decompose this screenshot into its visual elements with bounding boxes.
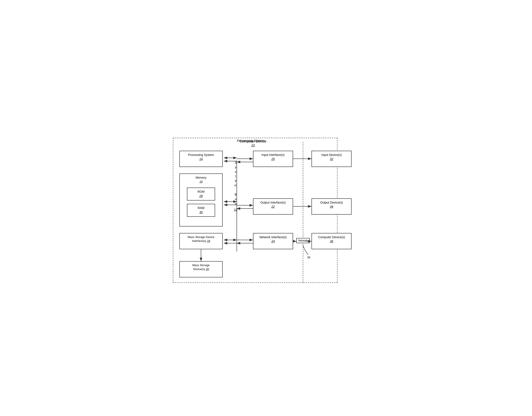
- memory-label: Memory: [182, 176, 220, 180]
- network-interface-num: 24: [256, 239, 290, 244]
- system-bus-text: S y s t e m B u s: [230, 161, 241, 206]
- system-bus-num: 12: [230, 207, 241, 212]
- system-bus-label: S y s t e m B u s 12: [230, 161, 241, 212]
- processing-system-num: 14: [182, 157, 220, 161]
- rom-label: ROM: [190, 190, 212, 194]
- network-interface-box: Network Interface(s) 24: [253, 233, 293, 249]
- vertical-divider: [303, 142, 303, 283]
- mass-storage-device-label: Mass StorageDevice(s) 26: [182, 263, 220, 271]
- input-device-box: Input Device(s) 32: [312, 151, 352, 167]
- network-num: 38: [307, 256, 310, 259]
- input-interface-num: 20: [256, 157, 290, 161]
- ram-label: RAM: [190, 206, 212, 210]
- input-interface-box: Input Interface(s) 20: [253, 151, 293, 167]
- output-interface-label: Output Interface(s): [256, 200, 290, 205]
- ram-box: RAM 30: [187, 204, 215, 217]
- mass-storage-interface-label: Mass Storage DeviceInterface(s) 18: [182, 235, 220, 243]
- processing-system-label: Processing System: [188, 153, 214, 157]
- computer-device-s-num: 36: [314, 239, 349, 244]
- diagram: Processing System Computer Device 10 Pro…: [169, 127, 363, 289]
- output-device-box: Output Device(s) 34: [312, 198, 352, 215]
- output-device-num: 34: [314, 205, 349, 209]
- network-badge: Network: [296, 238, 310, 243]
- network-interface-label: Network Interface(s): [256, 235, 290, 239]
- network-num-label: 38: [307, 256, 310, 259]
- output-interface-num: 22: [256, 205, 290, 209]
- memory-box: Memory 16 ROM 28 RAM 30: [179, 173, 223, 227]
- rom-num: 28: [190, 194, 212, 198]
- mass-storage-interface-box: Mass Storage DeviceInterface(s) 18: [179, 233, 223, 249]
- mass-storage-device-num: 26: [206, 267, 209, 271]
- mass-storage-interface-num: 18: [207, 239, 210, 243]
- computer-devices-box: Computer Device(s) 36: [312, 233, 352, 249]
- title-label: Computer Device: [218, 140, 288, 143]
- input-device-num: 32: [314, 157, 349, 161]
- rom-box: ROM 28: [187, 188, 215, 200]
- main-title: Computer Device 10: [218, 140, 288, 147]
- ram-num: 30: [190, 210, 212, 215]
- processing-system-box: Processing System 14: [179, 151, 223, 167]
- output-interface-box: Output Interface(s) 22: [253, 198, 293, 215]
- network-label: Network: [298, 239, 308, 242]
- input-device-label: Input Device(s): [314, 153, 349, 157]
- mass-storage-device-box: Mass StorageDevice(s) 26: [179, 261, 223, 277]
- output-device-label: Output Device(s): [314, 200, 349, 205]
- computer-device-s-label: Computer Device(s): [314, 235, 349, 239]
- memory-num: 16: [182, 180, 220, 184]
- title-num: 10: [218, 143, 288, 147]
- input-interface-label: Input Interface(s): [256, 153, 290, 157]
